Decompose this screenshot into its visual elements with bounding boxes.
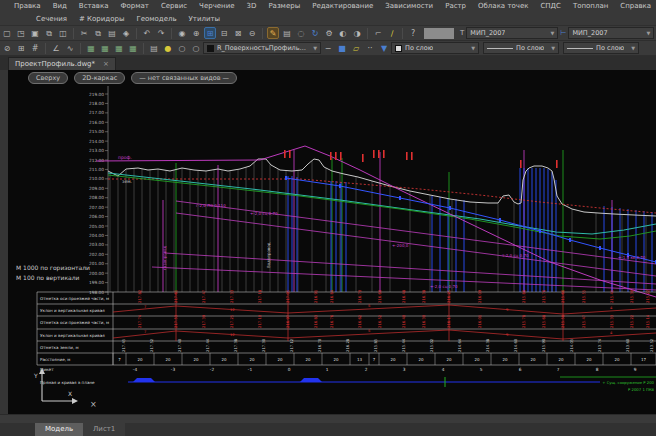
table-icon[interactable]: ▦ (85, 42, 97, 54)
lineweight-combo[interactable]: По слою ▼ (563, 42, 639, 54)
elevation-label: 208.00 (89, 195, 104, 200)
color-swatch-icon[interactable]: ■ (336, 42, 348, 54)
zoom-out-icon[interactable]: ⊖ (246, 27, 258, 39)
dim-style-combo[interactable]: МИП_2007 ▼ (568, 27, 654, 39)
menu-item[interactable]: Зависимости (379, 0, 439, 13)
menu-item[interactable]: Облака точек (472, 0, 534, 13)
layer-off-icon[interactable]: − (322, 42, 334, 54)
no-plot-icon[interactable]: ⊘ (1, 42, 13, 54)
redo-icon[interactable]: ↷ (155, 27, 167, 39)
menu-item-secondary[interactable]: Утилиты (183, 13, 227, 26)
folder-icon[interactable]: ▱ (350, 42, 362, 54)
design-elevation: 215.66 (560, 289, 565, 303)
blue-marker (569, 238, 571, 242)
ground-elevation: 217.44 (205, 338, 210, 352)
save-icon[interactable]: ▣ (29, 27, 41, 39)
close-icon[interactable]: × (103, 60, 109, 68)
drawing-canvas[interactable]: Сверху 2D-каркас — нет связанных видов —… (0, 70, 656, 414)
settings-icon[interactable]: ⚙ (323, 27, 335, 39)
spline-icon[interactable]: ∿ (64, 42, 76, 54)
toolbar-separator (136, 28, 137, 39)
new-icon[interactable]: ▢ (1, 27, 13, 39)
menu-item[interactable]: Размеры (262, 0, 306, 13)
copy-icon[interactable]: ⧉ (92, 27, 104, 39)
visual-style-button[interactable]: 2D-каркас (74, 72, 125, 84)
linetype-combo[interactable]: По слою ▼ (483, 42, 559, 54)
menu-item[interactable]: Формат (115, 0, 155, 13)
menu-item[interactable]: СПДС (534, 0, 567, 13)
menu-item-secondary[interactable]: Геомодель (130, 13, 182, 26)
tab-model[interactable]: Модель (35, 423, 83, 436)
piket-value: 9 (634, 367, 637, 372)
zoom-window-icon[interactable]: ⊞ (204, 27, 216, 39)
regen-icon[interactable]: ↻ (309, 27, 321, 39)
menu-item[interactable]: Справка (614, 0, 656, 13)
help-icon[interactable]: ? (407, 27, 419, 39)
layers-dialog-icon[interactable]: ▤ (281, 27, 293, 39)
cut-icon[interactable]: ✂ (78, 27, 90, 39)
snap-icon[interactable]: # (29, 42, 41, 54)
color-combo[interactable]: По слою ▼ (391, 42, 479, 54)
bulb-icon[interactable]: ● (162, 42, 174, 54)
line-icon[interactable]: ∕ (386, 27, 398, 39)
elevation-label: 207.00 (89, 205, 104, 210)
save-as-icon[interactable]: ⧉ (43, 27, 55, 39)
slope-number: 12 (230, 308, 235, 312)
render-icon[interactable]: ◐ (337, 27, 349, 39)
tab-layout1[interactable]: Лист1 (83, 423, 125, 436)
table-export-icon[interactable]: ▦ (99, 42, 111, 54)
distance-value: 20 (221, 357, 227, 362)
properties-icon[interactable]: ✎ (267, 27, 279, 39)
grid-icon[interactable]: ⊞ (15, 42, 27, 54)
materials-icon[interactable]: ◑ (351, 27, 363, 39)
quick-search-box[interactable] (424, 28, 454, 39)
menu-item[interactable]: Топоплан (567, 0, 614, 13)
chevron-down-icon: ▼ (643, 30, 651, 36)
undo-icon[interactable]: ↶ (141, 27, 153, 39)
zoom-realtime-icon[interactable]: ⊕ (190, 27, 202, 39)
blue-marker (399, 196, 401, 200)
filter-icon[interactable]: ▼ (378, 42, 390, 54)
linked-views-button[interactable]: — нет связанных видов — (131, 72, 237, 84)
menu-item[interactable]: Правка (8, 0, 47, 13)
zoom-dynamic-icon[interactable]: ⊠ (232, 27, 244, 39)
menu-item[interactable]: Сервис (155, 0, 193, 13)
table-import-icon[interactable]: ▦ (113, 42, 125, 54)
view-direction-button[interactable]: Сверху (28, 72, 68, 84)
design-elevation: 217.05 (285, 289, 290, 303)
find-icon[interactable]: ◌ (295, 27, 307, 39)
document-tab[interactable]: ПроектПрофиль.dwg* × (8, 57, 116, 70)
design-elevation-2: 215.68 (541, 314, 546, 328)
ucs-icon[interactable]: ⌐ (372, 27, 384, 39)
plan-row-label: Прямая и кривая в плане (40, 380, 95, 385)
zoom-previous-icon[interactable]: ⊟ (218, 27, 230, 39)
drawing-label: зем. (122, 179, 132, 184)
table-edit-icon[interactable]: ▦ (127, 42, 139, 54)
open-icon[interactable]: ◳ (15, 27, 27, 39)
text-style-combo[interactable]: МИП_2007 ▼ (466, 27, 558, 39)
ground-elevation: 213.74 (597, 338, 602, 352)
menu-item[interactable]: Редактирование (306, 0, 379, 13)
match-properties-icon[interactable]: ◈ (120, 27, 132, 39)
pan-icon[interactable]: ◉ (176, 27, 188, 39)
dots-icon[interactable]: ·· (364, 42, 376, 54)
layer-combo[interactable]: R_ПоверхностьПрофильВариант... ▼ (203, 42, 321, 54)
layer-manager-icon[interactable]: ▤ (148, 42, 160, 54)
menu-item-secondary[interactable]: Сечения (30, 13, 73, 26)
menu-item[interactable]: Черчение (193, 0, 240, 13)
elevation-label: 209.00 (89, 186, 104, 191)
freeze-icon[interactable]: ○ (176, 42, 188, 54)
document-tab-title: ПроектПрофиль.dwg* (15, 60, 95, 68)
menu-item[interactable]: Вид (47, 0, 73, 13)
paste-icon[interactable]: ▤ (106, 27, 118, 39)
distance-value: 20 (305, 357, 311, 362)
menu-item[interactable]: 3D (241, 0, 263, 13)
ground-elevation: 214.64 (457, 338, 462, 352)
menu-item-secondary[interactable]: # Коридоры (73, 13, 130, 26)
profile-drawing[interactable]: 219.00218.00217.00216.00215.00214.00213.… (0, 70, 656, 414)
angle-icon[interactable]: ∠ (50, 42, 62, 54)
menu-item[interactable]: Вставка (73, 0, 115, 13)
lock-icon[interactable]: ○ (190, 42, 202, 54)
plot-icon[interactable]: ◫ (57, 27, 69, 39)
menu-item[interactable]: Растр (439, 0, 472, 13)
